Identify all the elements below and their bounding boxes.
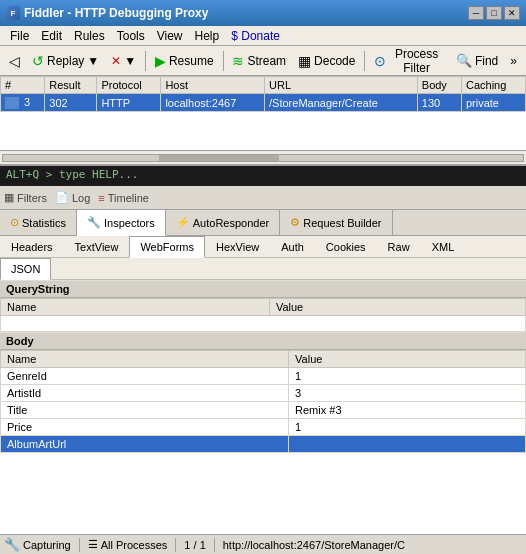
cell-albumarturl-name: AlbumArtUrl xyxy=(1,436,289,453)
menu-tools[interactable]: Tools xyxy=(111,28,151,44)
toolbar-process-filter-button[interactable]: ⊙ Process Filter xyxy=(369,45,449,77)
toolbar-stream-button[interactable]: ≋ Stream xyxy=(227,51,291,71)
menu-view[interactable]: View xyxy=(151,28,189,44)
cell-title-value: Remix #3 xyxy=(289,402,526,419)
request-builder-icon: ⚙ xyxy=(290,216,300,229)
title-bar: F Fiddler - HTTP Debugging Proxy ─ □ ✕ xyxy=(0,0,526,26)
replay-label: Replay xyxy=(47,54,84,68)
status-sep-1 xyxy=(79,538,80,552)
table-row[interactable]: GenreId 1 xyxy=(1,368,526,385)
subtab-cookies[interactable]: Cookies xyxy=(315,236,377,257)
toolbar-find-button[interactable]: 🔍 Find xyxy=(451,51,503,70)
webforms-content[interactable]: QueryString Name Value Body xyxy=(0,280,526,534)
col-id[interactable]: # xyxy=(1,77,45,94)
col-host[interactable]: Host xyxy=(161,77,265,94)
tab-filters[interactable]: ▦ Filters xyxy=(4,191,47,204)
status-capturing[interactable]: 🔧 Capturing xyxy=(4,537,71,552)
toolbar-sep-1 xyxy=(145,51,146,71)
tab-log[interactable]: 📄 Log xyxy=(55,191,90,204)
tab-request-builder[interactable]: ⚙ Request Builder xyxy=(280,210,392,235)
cmd-bar[interactable]: ALT+Q > type HELP... xyxy=(0,166,526,186)
replay-icon: ↺ xyxy=(32,53,44,69)
status-sep-3 xyxy=(214,538,215,552)
tab-autoresponder[interactable]: ⚡ AutoResponder xyxy=(166,210,280,235)
table-row[interactable]: AlbumArtUrl xyxy=(1,436,526,453)
decode-icon: ▦ xyxy=(298,53,311,69)
scrollbar-track[interactable] xyxy=(2,154,524,162)
subtab-textview[interactable]: TextView xyxy=(64,236,130,257)
toolbar-replay-button[interactable]: ↺ Replay ▼ xyxy=(27,51,104,71)
status-processes[interactable]: ☰ All Processes xyxy=(88,538,168,551)
toolbar-more-button[interactable]: » xyxy=(505,52,522,70)
cell-host: localhost:2467 xyxy=(161,94,265,112)
tab-inspectors[interactable]: 🔧 Inspectors xyxy=(77,210,166,236)
cell-artist-id-name: ArtistId xyxy=(1,385,289,402)
app-icon: F xyxy=(6,6,20,20)
maximize-button[interactable]: □ xyxy=(486,6,502,20)
process-icon: ☰ xyxy=(88,538,98,551)
col-body[interactable]: Body xyxy=(417,77,461,94)
statistics-icon: ⊙ xyxy=(10,216,19,229)
cell-albumarturl-value xyxy=(289,436,526,453)
cell-id: 3 xyxy=(1,94,45,112)
request-builder-label: Request Builder xyxy=(303,217,381,229)
subtab-auth[interactable]: Auth xyxy=(270,236,315,257)
find-label: Find xyxy=(475,54,498,68)
session-scroll-area[interactable]: # Result Protocol Host URL Body Caching … xyxy=(0,76,526,150)
replay-dropdown-icon: ▼ xyxy=(87,54,99,68)
cell-price-value: 1 xyxy=(289,419,526,436)
inspector-area: ▦ Filters 📄 Log ≡ Timeline ⊙ Statistics … xyxy=(0,186,526,534)
querystring-header: QueryString xyxy=(0,280,526,298)
x-icon: ✕ xyxy=(111,54,121,68)
menu-donate[interactable]: $ Donate xyxy=(225,28,286,44)
status-sep-2 xyxy=(175,538,176,552)
menu-file[interactable]: File xyxy=(4,28,35,44)
cell-result: 302 xyxy=(45,94,97,112)
menu-rules[interactable]: Rules xyxy=(68,28,111,44)
session-table: # Result Protocol Host URL Body Caching … xyxy=(0,76,526,112)
qs-col-value: Value xyxy=(269,299,525,316)
horizontal-scrollbar[interactable] xyxy=(0,150,526,164)
second-tabs: ⊙ Statistics 🔧 Inspectors ⚡ AutoResponde… xyxy=(0,210,526,236)
table-row[interactable]: Title Remix #3 xyxy=(1,402,526,419)
toolbar-sep-2 xyxy=(223,51,224,71)
cell-caching: private xyxy=(461,94,525,112)
tab-statistics[interactable]: ⊙ Statistics xyxy=(0,210,77,235)
table-row[interactable]: 3 302 HTTP localhost:2467 /StoreManager/… xyxy=(1,94,526,112)
subtab-hexview[interactable]: HexView xyxy=(205,236,270,257)
subtab-webforms[interactable]: WebForms xyxy=(129,236,205,258)
toolbar-resume-button[interactable]: ▶ Resume xyxy=(150,51,219,71)
menu-edit[interactable]: Edit xyxy=(35,28,68,44)
subtab-json[interactable]: JSON xyxy=(0,258,51,280)
qs-empty-cell xyxy=(1,316,526,332)
timeline-icon: ≡ xyxy=(98,192,104,204)
tab-timeline[interactable]: ≡ Timeline xyxy=(98,192,149,204)
subtab-headers[interactable]: Headers xyxy=(0,236,64,257)
back-icon: ◁ xyxy=(9,53,20,69)
subtab-xml[interactable]: XML xyxy=(421,236,466,257)
cell-genre-id-value: 1 xyxy=(289,368,526,385)
scrollbar-thumb[interactable] xyxy=(159,155,279,161)
close-button[interactable]: ✕ xyxy=(504,6,520,20)
sub-tabs: Headers TextView WebForms HexView Auth C… xyxy=(0,236,526,258)
table-row[interactable]: ArtistId 3 xyxy=(1,385,526,402)
toolbar-decode-button[interactable]: ▦ Decode xyxy=(293,51,360,71)
menu-help[interactable]: Help xyxy=(189,28,226,44)
cmd-text: ALT+Q > type HELP... xyxy=(6,168,138,181)
sub-tabs-row2: JSON xyxy=(0,258,526,280)
col-protocol[interactable]: Protocol xyxy=(97,77,161,94)
cell-artist-id-value: 3 xyxy=(289,385,526,402)
body-col-name: Name xyxy=(1,351,289,368)
col-result[interactable]: Result xyxy=(45,77,97,94)
filters-icon: ▦ xyxy=(4,191,14,204)
col-url[interactable]: URL xyxy=(265,77,418,94)
subtab-raw[interactable]: Raw xyxy=(377,236,421,257)
session-pane: # Result Protocol Host URL Body Caching … xyxy=(0,76,526,166)
title-bar-left: F Fiddler - HTTP Debugging Proxy xyxy=(6,6,208,20)
minimize-button[interactable]: ─ xyxy=(468,6,484,20)
toolbar-x-button[interactable]: ✕ ▼ xyxy=(106,52,141,70)
toolbar-back-button[interactable]: ◁ xyxy=(4,51,25,71)
stream-icon: ≋ xyxy=(232,53,244,69)
table-row[interactable]: Price 1 xyxy=(1,419,526,436)
col-caching[interactable]: Caching xyxy=(461,77,525,94)
